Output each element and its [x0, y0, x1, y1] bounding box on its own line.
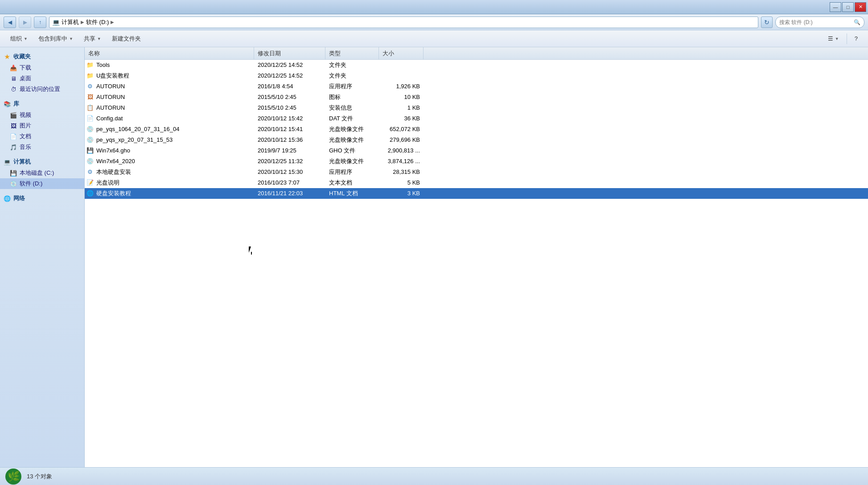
file-size-cell: 3,874,126 ... [379, 158, 424, 164]
search-icon[interactable]: 🔍 [854, 19, 860, 25]
file-name: 硬盘安装教程 [96, 189, 131, 197]
file-name-cell: 📁 U盘安装教程 [85, 72, 254, 80]
forward-button[interactable]: ▶ [19, 16, 31, 28]
table-row[interactable]: 📄 Config.dat 2020/10/12 15:42 DAT 文件 36 … [85, 113, 868, 124]
file-date-cell: 2020/10/12 15:41 [254, 126, 325, 132]
sidebar-header-library[interactable]: 📚 库 [0, 98, 84, 110]
main-layout: ★ 收藏夹 📥 下载 🖥 桌面 ⏱ 最近访问的位置 📚 库 � [0, 47, 868, 467]
col-header-date[interactable]: 修改日期 [254, 47, 325, 59]
view-button[interactable]: ☰ ▼ [823, 33, 844, 45]
file-name-cell: 📁 Tools [85, 62, 254, 69]
file-size-cell: 10 KB [379, 94, 424, 100]
file-name: 本地硬盘安装 [96, 168, 131, 176]
minimize-button[interactable]: — [830, 2, 841, 12]
file-size-cell: 3 KB [379, 190, 424, 197]
breadcrumb-computer[interactable]: 计算机 [62, 18, 79, 26]
close-button[interactable]: ✕ [855, 2, 866, 12]
table-row[interactable]: 💿 pe_yqs_1064_20_07_31_16_04 2020/10/12 … [85, 124, 868, 135]
file-size-cell: 5 KB [379, 179, 424, 186]
file-icon: 📝 [86, 179, 94, 186]
drive-d-icon: 💿 [10, 180, 17, 187]
sidebar-header-computer[interactable]: 💻 计算机 [0, 156, 84, 168]
organize-dropdown-arrow: ▼ [24, 37, 28, 41]
file-type-cell: 应用程序 [325, 82, 379, 90]
file-icon: 📋 [86, 104, 94, 111]
include-library-button[interactable]: 包含到库中 ▼ [33, 33, 78, 45]
col-header-name[interactable]: 名称 [85, 47, 254, 59]
file-name-cell: 💾 Win7x64.gho [85, 147, 254, 154]
table-row[interactable]: ⚙ 本地硬盘安装 2020/10/12 15:30 应用程序 28,315 KB [85, 167, 868, 177]
share-button[interactable]: 共享 ▼ [79, 33, 106, 45]
col-header-type[interactable]: 类型 [325, 47, 379, 59]
refresh-button[interactable]: ↻ [761, 16, 773, 28]
breadcrumb-drive[interactable]: 软件 (D:) [86, 18, 109, 26]
table-row[interactable]: 💿 pe_yqs_xp_20_07_31_15_53 2020/10/12 15… [85, 135, 868, 145]
sidebar-item-desktop[interactable]: 🖥 桌面 [0, 73, 84, 84]
table-row[interactable]: 📝 光盘说明 2016/10/23 7:07 文本文档 5 KB [85, 177, 868, 188]
file-name: U盘安装教程 [96, 72, 129, 80]
file-icon: 💿 [86, 158, 94, 165]
help-button[interactable]: ? [850, 33, 863, 45]
search-bar[interactable]: 🔍 [775, 16, 864, 28]
file-icon: 🌐 [86, 190, 94, 197]
file-icon: ⚙ [86, 83, 94, 90]
file-name: AUTORUN [96, 83, 125, 90]
file-name-cell: 📋 AUTORUN [85, 104, 254, 111]
drive-c-icon: 💾 [10, 169, 17, 177]
file-name-cell: 📄 Config.dat [85, 115, 254, 122]
network-icon: 🌐 [4, 195, 11, 202]
file-type-cell: 文本文档 [325, 179, 379, 187]
table-row[interactable]: 💾 Win7x64.gho 2019/9/7 19:25 GHO 文件 2,90… [85, 145, 868, 156]
sidebar-item-downloads[interactable]: 📥 下载 [0, 62, 84, 73]
statusbar: 🌿 13 个对象 [0, 467, 868, 485]
back-button[interactable]: ◀ [4, 16, 16, 28]
file-icon: 📄 [86, 115, 94, 122]
col-header-size[interactable]: 大小 [379, 47, 424, 59]
sidebar-item-video[interactable]: 🎬 视频 [0, 110, 84, 120]
addressbar: ◀ ▶ ↑ 💻 计算机 ▶ 软件 (D:) ▶ ↻ 🔍 [0, 14, 868, 30]
file-size-cell: 28,315 KB [379, 169, 424, 175]
sidebar-section-computer: 💻 计算机 💾 本地磁盘 (C:) 💿 软件 (D:) [0, 156, 84, 189]
sidebar-item-music[interactable]: 🎵 音乐 [0, 142, 84, 152]
breadcrumb-sep-2: ▶ [111, 20, 114, 25]
sidebar-item-drive-d[interactable]: 💿 软件 (D:) [0, 178, 84, 189]
table-row[interactable]: 📁 Tools 2020/12/25 14:52 文件夹 [85, 60, 868, 70]
file-size-cell: 652,072 KB [379, 126, 424, 132]
search-input[interactable] [779, 19, 852, 25]
titlebar-buttons: — □ ✕ [830, 2, 866, 12]
file-date-cell: 2016/1/8 4:54 [254, 83, 325, 90]
sidebar-item-drive-c[interactable]: 💾 本地磁盘 (C:) [0, 168, 84, 178]
sidebar-header-network[interactable]: 🌐 网络 [0, 193, 84, 204]
file-name-cell: 💿 pe_yqs_xp_20_07_31_15_53 [85, 136, 254, 144]
file-date-cell: 2020/12/25 14:52 [254, 62, 325, 68]
file-size-cell: 2,900,813 ... [379, 147, 424, 154]
include-dropdown-arrow: ▼ [69, 37, 73, 41]
table-row[interactable]: ⚙ AUTORUN 2016/1/8 4:54 应用程序 1,926 KB [85, 81, 868, 92]
table-row[interactable]: 🖼 AUTORUN 2015/5/10 2:45 图标 10 KB [85, 92, 868, 103]
file-type-cell: 文件夹 [325, 72, 379, 80]
table-row[interactable]: 📋 AUTORUN 2015/5/10 2:45 安装信息 1 KB [85, 103, 868, 113]
maximize-button[interactable]: □ [842, 2, 854, 12]
up-button[interactable]: ↑ [34, 16, 46, 28]
sidebar-header-favorites[interactable]: ★ 收藏夹 [0, 51, 84, 62]
sidebar-item-recent[interactable]: ⏱ 最近访问的位置 [0, 84, 84, 95]
table-row[interactable]: 🌐 硬盘安装教程 2016/11/21 22:03 HTML 文档 3 KB [85, 188, 868, 199]
sidebar-item-picture[interactable]: 🖼 图片 [0, 120, 84, 131]
status-logo: 🌿 [5, 469, 21, 485]
organize-button[interactable]: 组织 ▼ [5, 33, 33, 45]
library-icon: 📚 [4, 100, 11, 107]
view-icon: ☰ [828, 35, 833, 42]
file-date-cell: 2015/5/10 2:45 [254, 104, 325, 111]
new-folder-button[interactable]: 新建文件夹 [107, 33, 146, 45]
downloads-icon: 📥 [10, 64, 17, 71]
file-date-cell: 2020/12/25 11:32 [254, 158, 325, 164]
table-row[interactable]: 📁 U盘安装教程 2020/12/25 14:52 文件夹 [85, 70, 868, 81]
table-row[interactable]: 💿 Win7x64_2020 2020/12/25 11:32 光盘映像文件 3… [85, 156, 868, 167]
file-name: Config.dat [96, 115, 123, 122]
file-icon: ⚙ [86, 169, 94, 176]
file-area: 名称 修改日期 类型 大小 📁 Tools 2020/12/25 14:52 文… [85, 47, 868, 467]
file-name: Tools [96, 62, 110, 68]
file-name-cell: ⚙ AUTORUN [85, 83, 254, 90]
sidebar-item-document[interactable]: 📄 文档 [0, 131, 84, 142]
breadcrumb-bar[interactable]: 💻 计算机 ▶ 软件 (D:) ▶ [49, 16, 758, 28]
